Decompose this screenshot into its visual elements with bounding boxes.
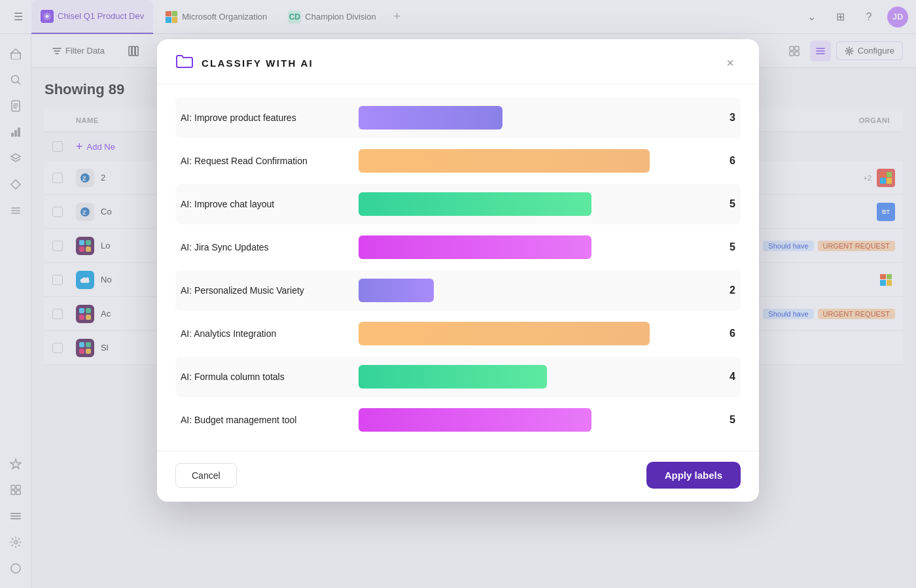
chart-bar-container <box>359 279 701 302</box>
chart-value: 5 <box>709 198 735 210</box>
chart-bar <box>359 408 591 432</box>
chart-row: AI: Request Read Confirmation 6 <box>175 141 741 181</box>
chart-value: 3 <box>709 112 735 124</box>
chart-bar <box>359 149 650 173</box>
modal-body: AI: Improve product features 3 AI: Reque… <box>157 84 759 451</box>
chart-value: 6 <box>709 155 735 167</box>
modal-title-row: CLASSIFY WITH AI <box>175 53 313 73</box>
chart-row: AI: Formula column totals 4 <box>175 356 741 397</box>
chart-row: AI: Improve chat layout 5 <box>175 184 741 224</box>
modal-header: CLASSIFY WITH AI × <box>157 39 759 84</box>
chart-label: AI: Budget management tool <box>181 415 351 425</box>
modal-close-button[interactable]: × <box>720 52 741 73</box>
chart-row: AI: Jira Sync Updates 5 <box>175 227 741 268</box>
chart-value: 5 <box>709 241 735 253</box>
chart-value: 5 <box>709 414 735 426</box>
folder-icon <box>175 53 194 73</box>
chart-bar <box>359 235 591 259</box>
chart-bar <box>359 365 547 389</box>
chart-bar-container <box>359 106 701 130</box>
chart-bar-container <box>359 322 701 345</box>
chart-bar <box>359 192 591 216</box>
chart-bar <box>359 106 502 130</box>
cancel-button[interactable]: Cancel <box>175 463 237 488</box>
chart-bar-container <box>359 192 701 216</box>
chart-value: 6 <box>709 328 735 339</box>
chart-row: AI: Analytics Integration 6 <box>175 313 741 354</box>
chart-value: 2 <box>709 285 735 296</box>
chart-label: AI: Analytics Integration <box>181 328 351 339</box>
chart-value: 4 <box>709 371 735 383</box>
chart-bar <box>359 279 434 302</box>
chart-label: AI: Improve chat layout <box>181 199 351 209</box>
classify-modal: CLASSIFY WITH AI × AI: Improve product f… <box>157 39 759 502</box>
chart-label: AI: Request Read Confirmation <box>181 156 351 166</box>
chart-label: AI: Formula column totals <box>181 372 351 382</box>
chart-label: AI: Personalized Music Variety <box>181 285 351 296</box>
chart-label: AI: Jira Sync Updates <box>181 242 351 252</box>
chart-row: AI: Improve product features 3 <box>175 97 741 138</box>
chart-row: AI: Personalized Music Variety 2 <box>175 270 741 311</box>
modal-footer: Cancel Apply labels <box>157 451 759 502</box>
chart-bar-container <box>359 365 701 389</box>
chart-bar-container <box>359 408 701 432</box>
chart-bar <box>359 322 650 345</box>
chart-bar-container <box>359 149 701 173</box>
modal-title: CLASSIFY WITH AI <box>202 58 313 69</box>
chart-row: AI: Budget management tool 5 <box>175 400 741 440</box>
chart-label: AI: Improve product features <box>181 112 351 123</box>
apply-labels-button[interactable]: Apply labels <box>646 462 741 489</box>
chart-bar-container <box>359 235 701 259</box>
modal-overlay: CLASSIFY WITH AI × AI: Improve product f… <box>0 0 916 588</box>
